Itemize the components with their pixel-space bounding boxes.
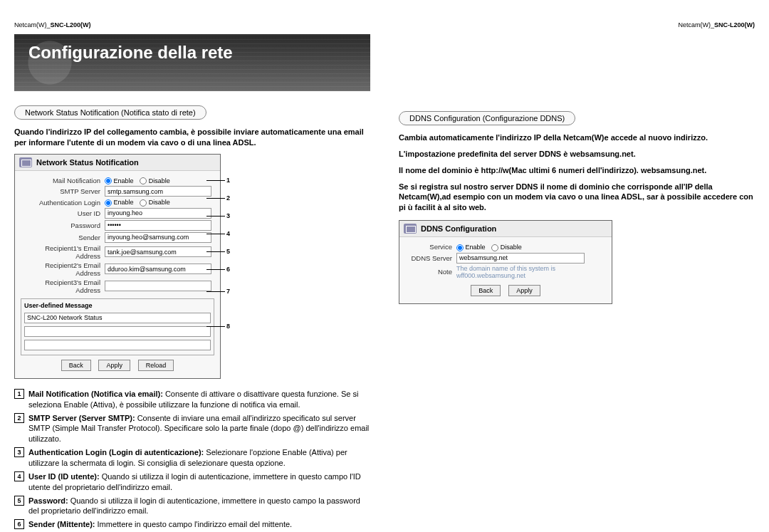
section-pill-nsn: Network Status Notification (Notifica st…: [14, 105, 206, 120]
callout-7: 7: [226, 286, 230, 296]
def-num-3: 3: [14, 447, 24, 457]
smtp-label: SMTP Server: [21, 187, 105, 195]
recipient2-label: Recipient2's Email Address: [21, 261, 105, 277]
service-label: Service: [405, 243, 456, 251]
ddns-panel: DDNS Configuration Service Enable Disabl…: [399, 220, 612, 304]
model-prefix-r: Netcam(W)_: [678, 21, 714, 28]
callout-numbers: 1 2 3 4 5 6 7 8: [226, 154, 230, 379]
enable-text: Enable: [114, 177, 134, 184]
section-pill-ddns: DDNS Configuration (Configurazione DDNS): [399, 111, 575, 125]
smtp-input[interactable]: [105, 186, 211, 197]
disable-text-2: Disable: [149, 199, 170, 206]
mail-notif-field: Enable Disable: [105, 177, 214, 185]
callout-8: 8: [226, 321, 230, 331]
disable-text: Disable: [149, 177, 170, 184]
sender-label: Sender: [21, 234, 105, 241]
service-field: Enable Disable: [456, 243, 606, 251]
recipient2-input[interactable]: [105, 264, 211, 274]
userid-input[interactable]: [105, 208, 211, 219]
def-num-6: 6: [14, 519, 24, 529]
def-num-5: 5: [14, 496, 24, 506]
ddns-note-line1: The domain name of this system is: [456, 265, 606, 272]
def-5: Password: Quando si utilizza il login di…: [28, 496, 370, 517]
ddns-icon: [404, 224, 417, 234]
ddns-apply-button[interactable]: Apply: [508, 285, 540, 296]
def-num-2: 2: [14, 413, 24, 423]
mail-notif-label: Mail Notification: [21, 177, 105, 184]
model-prefix: Netcam(W)_: [14, 21, 51, 28]
def-4: User ID (ID utente): Quando si utilizza …: [28, 471, 370, 493]
disable-text-3: Disable: [501, 244, 522, 251]
recipient3-label: Recipient3's Email Address: [21, 278, 105, 294]
ddns-note-label: Note: [405, 268, 456, 276]
back-button[interactable]: Back: [61, 360, 91, 371]
userid-label: User ID: [21, 209, 105, 217]
nsn-panel-title-text: Network Status Notification: [36, 158, 139, 167]
def-num-4: 4: [14, 471, 24, 481]
ddns-panel-title-text: DDNS Configuration: [421, 224, 496, 233]
mail-notif-enable-radio[interactable]: [105, 177, 112, 184]
model-header-right: Netcam(W)_SNC-L200(W): [399, 21, 755, 28]
nsn-panel-body: Mail Notification Enable Disable SMTP Se…: [15, 171, 220, 378]
ddns-server-input[interactable]: [456, 253, 585, 264]
msg-group: User-defined Message: [21, 298, 214, 355]
ddns-server-label: DDNS Server: [405, 254, 456, 262]
callout-6: 6: [226, 264, 230, 274]
def-6: Sender (Mittente): Immettere in questo c…: [28, 519, 370, 530]
auth-disable-radio[interactable]: [140, 199, 147, 207]
recipient1-label: Recipient1's Email Address: [21, 244, 105, 260]
def-3: Authentication Login (Login di autentica…: [28, 447, 370, 469]
page-banner: Configurazione della rete: [14, 34, 370, 91]
ddns-panel-body: Service Enable Disable DDNS Server Note …: [399, 237, 612, 303]
callout-4: 4: [226, 229, 230, 239]
ddns-p2: L'impostazione predefinita del server DD…: [399, 149, 755, 160]
ddns-back-button[interactable]: Back: [471, 285, 501, 296]
mail-notif-disable-radio[interactable]: [140, 177, 147, 184]
banner-spacer: [399, 34, 755, 111]
nsn-panel: Network Status Notification Mail Notific…: [14, 154, 221, 379]
service-enable-radio[interactable]: [456, 244, 464, 251]
ddns-p3: Il nome del dominio è http://w(Mac ultim…: [399, 165, 755, 176]
ddns-p1: Cambia automaticamente l'indirizzo IP de…: [399, 132, 755, 143]
reload-button[interactable]: Reload: [138, 360, 174, 371]
ddns-panel-title: DDNS Configuration: [399, 221, 612, 237]
ddns-button-row: Back Apply: [405, 281, 606, 299]
definitions-list: 1Mail Notification (Notifica via email):…: [14, 389, 370, 532]
password-input[interactable]: [105, 220, 211, 231]
page-right: Netcam(W)_SNC-L200(W) DDNS Configuration…: [399, 21, 755, 532]
def-num-1: 1: [14, 389, 24, 399]
apply-button[interactable]: Apply: [98, 360, 130, 371]
model-name-r: SNC-L200(W): [714, 21, 755, 28]
nsn-panel-wrap: Network Status Notification Mail Notific…: [14, 154, 370, 379]
password-label: Password: [21, 221, 105, 229]
nsn-button-row: Back Apply Reload: [21, 355, 214, 374]
nsn-intro: Quando l'indirizzo IP del collegamento c…: [14, 127, 370, 148]
def-1: Mail Notification (Notifica via email): …: [28, 389, 370, 410]
enable-text-3: Enable: [466, 244, 486, 251]
msg-line3[interactable]: [24, 340, 211, 350]
model-header-left: Netcam(W)_SNC-L200(W): [14, 21, 370, 28]
msg-line2[interactable]: [24, 326, 211, 337]
network-icon: [19, 157, 32, 167]
callout-2: 2: [226, 193, 230, 203]
enable-text-2: Enable: [114, 199, 134, 206]
sender-input[interactable]: [105, 232, 211, 243]
msg-legend: User-defined Message: [24, 302, 211, 309]
auth-enable-radio[interactable]: [105, 199, 112, 207]
service-disable-radio[interactable]: [491, 244, 498, 251]
callout-1: 1: [226, 175, 230, 185]
ddns-p4: Se si registra sul nostro server DDNS il…: [399, 182, 755, 214]
model-name: SNC-L200(W): [51, 21, 91, 28]
recipient1-input[interactable]: [105, 246, 211, 257]
msg-line1[interactable]: [24, 313, 211, 323]
auth-label: Authentication Login: [21, 199, 105, 207]
callout-3: 3: [226, 211, 230, 221]
callout-5: 5: [226, 246, 230, 256]
auth-field: Enable Disable: [105, 198, 214, 207]
recipient3-input[interactable]: [105, 281, 211, 291]
def-2: SMTP Server (Server SMTP): Consente di i…: [28, 413, 370, 445]
banner-title: Configurazione della rete: [14, 34, 370, 71]
ddns-note-line2: wff000.websamsung.net: [456, 272, 606, 279]
page-left: Netcam(W)_SNC-L200(W) Configurazione del…: [14, 21, 370, 532]
nsn-panel-title: Network Status Notification: [15, 155, 220, 171]
